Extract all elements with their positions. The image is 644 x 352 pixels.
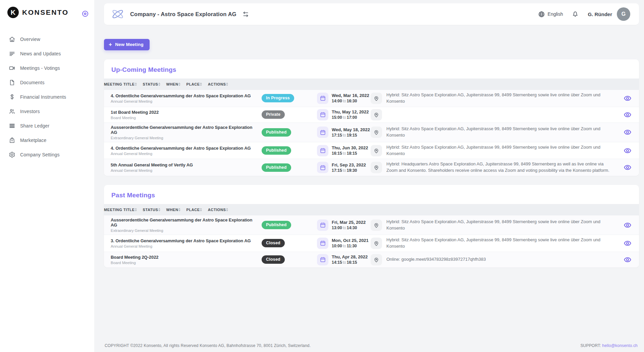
sidebar-item-share-ledger[interactable]: Share Ledger <box>5 119 90 133</box>
meeting-place: Hybrid: Headquarters Astro Space Explora… <box>386 161 611 174</box>
new-meeting-label: New Meeting <box>115 42 144 47</box>
meeting-time: 17:15to19:15 <box>332 133 370 138</box>
gear-icon <box>9 151 15 158</box>
avatar: G <box>617 7 630 21</box>
location-pin-icon <box>371 219 382 231</box>
copyright-text: COPYRIGHT ©2022 Konsento, All rights Res… <box>105 343 311 348</box>
globe-icon <box>538 11 545 18</box>
news-icon <box>9 50 15 57</box>
view-meeting-eye-icon[interactable] <box>616 94 639 102</box>
meeting-time: 15:00to17:00 <box>332 115 369 120</box>
meeting-date: Fri, Mar 25, 2022 <box>332 220 366 225</box>
meeting-time: 17:15to19:30 <box>332 168 366 173</box>
calendar-icon <box>317 238 328 249</box>
meeting-date: Wed, May 18, 2022 <box>332 127 370 132</box>
upcoming-meetings-title: Up-Coming Meetings <box>104 59 639 79</box>
column-header[interactable]: Place <box>186 82 208 86</box>
sidebar-item-news-and-updates[interactable]: News and Updates <box>5 47 90 61</box>
column-header[interactable]: Meeting Title <box>104 208 143 212</box>
column-header[interactable]: Status <box>143 208 166 212</box>
sidebar-item-label: Financial Instruments <box>20 94 66 100</box>
sidebar-item-label: Share Ledger <box>20 123 49 129</box>
bag-icon <box>9 137 15 144</box>
sidebar-nav: Overview News and Updates Meetings - Vot… <box>0 32 94 162</box>
meeting-title: 5th Annual General Meeting of Vertly AG <box>111 162 193 167</box>
column-header[interactable]: Actions <box>208 82 234 86</box>
support-email-link[interactable]: hello@konsento.ch <box>602 343 638 348</box>
meeting-type: Board Meeting <box>111 116 159 120</box>
meeting-title: 3. Ordentliche Generalversammlung der As… <box>111 238 251 243</box>
view-meeting-eye-icon[interactable] <box>616 221 639 229</box>
meeting-title: Ausserordentliche Generalversammlung der… <box>111 125 257 135</box>
view-meeting-eye-icon[interactable] <box>616 147 639 155</box>
sidebar-item-meetings-votings[interactable]: Meetings - Votings <box>5 61 90 75</box>
meeting-date: Fri, Sep 23, 2022 <box>332 162 366 167</box>
user-menu[interactable]: G. Ründer G <box>588 7 630 21</box>
sidebar-item-marketplace[interactable]: Marketplace <box>5 133 90 147</box>
sidebar-item-documents[interactable]: Documents <box>5 76 90 90</box>
brand-logo: K KONSENTO <box>0 0 94 18</box>
meeting-date: Thu, Jun 30, 2022 <box>332 145 368 150</box>
home-icon <box>9 36 15 43</box>
brand-wordmark: KONSENTO <box>22 8 69 16</box>
company-orbit-icon <box>110 7 125 21</box>
view-meeting-eye-icon[interactable] <box>616 256 639 264</box>
new-meeting-button[interactable]: + New Meeting <box>104 39 150 50</box>
meeting-type: Annual General Meeting <box>111 99 251 103</box>
sidebar-item-label: Overview <box>20 37 40 42</box>
sidebar-item-investors[interactable]: Investors <box>5 104 90 118</box>
meeting-place: Hybrid: Sitz Astro Space Exploration AG,… <box>386 126 611 139</box>
column-header[interactable]: Place <box>186 208 208 212</box>
meeting-time: 16:15to18:15 <box>332 151 368 156</box>
sort-icon[interactable] <box>158 83 160 86</box>
status-badge: Published <box>262 128 291 137</box>
meeting-type: Annual General Meeting <box>111 244 251 248</box>
meeting-row: Board Meeting 2Q-2022 Board Meeting Clos… <box>104 252 639 267</box>
meeting-type: Extraordinary General Meeting <box>111 229 257 233</box>
sidebar-item-financial-instruments[interactable]: Financial Instruments <box>5 90 90 104</box>
column-header[interactable]: Meeting Title <box>104 82 143 86</box>
location-pin-icon <box>371 93 382 104</box>
location-pin-icon <box>371 162 382 173</box>
meeting-type: Board Meeting <box>111 261 158 265</box>
notifications-bell-icon[interactable] <box>572 10 579 18</box>
column-header[interactable]: Status <box>143 82 166 86</box>
language-selector[interactable]: English <box>538 11 563 18</box>
language-label: English <box>548 11 563 17</box>
sidebar-item-company-settings[interactable]: Company Settings <box>5 148 90 162</box>
column-header[interactable]: When <box>166 82 186 86</box>
sort-icon[interactable] <box>135 208 137 211</box>
sidebar-collapse-icon[interactable] <box>81 9 90 18</box>
status-badge: Published <box>262 221 291 229</box>
column-header[interactable]: When <box>166 208 186 212</box>
sort-icon[interactable] <box>226 83 228 86</box>
meeting-row: 3. Ordentliche Generalversammlung der As… <box>104 235 639 252</box>
sort-icon[interactable] <box>135 83 137 86</box>
calendar-icon <box>317 145 328 156</box>
meeting-row: 4. Ordentliche Generalversammlung der As… <box>104 142 639 159</box>
view-meeting-eye-icon[interactable] <box>616 111 639 119</box>
column-header[interactable]: Actions <box>208 208 234 212</box>
sort-icon[interactable] <box>178 208 180 211</box>
meeting-title: 4. Ordentliche Generalversammlung der As… <box>111 93 251 98</box>
past-meetings-title: Past Meetings <box>104 185 639 204</box>
sidebar-item-label: News and Updates <box>20 51 61 56</box>
people-icon <box>9 108 15 115</box>
sort-icon[interactable] <box>158 208 160 211</box>
sidebar-item-overview[interactable]: Overview <box>5 32 90 46</box>
meeting-place: Hybrid: Sitz Astro Space Exploration AG,… <box>386 144 611 157</box>
view-meeting-eye-icon[interactable] <box>616 163 639 171</box>
upcoming-table-body: 4. Ordentliche Generalversammlung der As… <box>104 90 639 176</box>
meeting-row: Ausserordentliche Generalversammlung der… <box>104 122 639 142</box>
sort-icon[interactable] <box>226 208 228 211</box>
status-badge: Closed <box>262 239 285 247</box>
meeting-date: Wed, Mar 16, 2022 <box>332 93 369 98</box>
meeting-place: Hybrid: Sitz Astro Space Exploration AG,… <box>386 219 611 232</box>
sort-icon[interactable] <box>200 208 202 211</box>
sort-icon[interactable] <box>178 83 180 86</box>
sort-icon[interactable] <box>200 83 202 86</box>
view-meeting-eye-icon[interactable] <box>616 239 639 247</box>
view-meeting-eye-icon[interactable] <box>616 128 639 136</box>
switch-company-icon[interactable] <box>243 11 249 17</box>
meeting-type: Annual General Meeting <box>111 168 193 172</box>
